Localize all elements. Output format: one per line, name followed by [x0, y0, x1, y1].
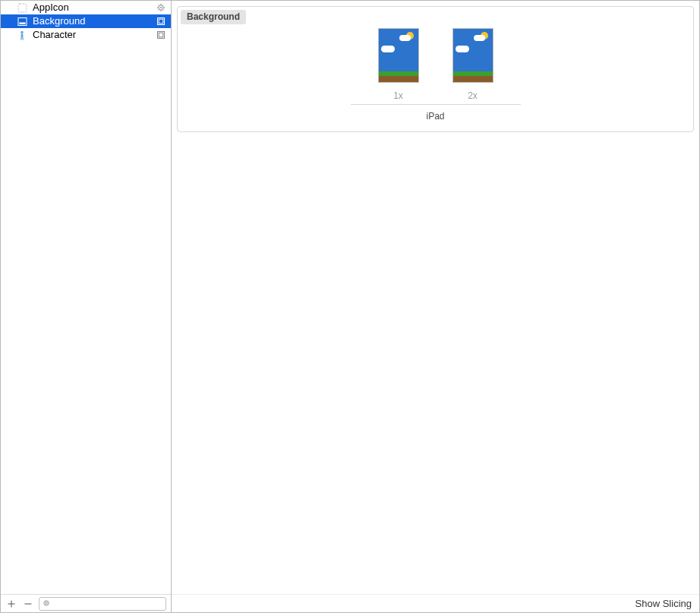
sidebar-footer [1, 594, 171, 612]
asset-detail-title: Background [181, 10, 246, 24]
svg-line-8 [163, 10, 164, 11]
svg-point-2 [160, 7, 162, 8]
divider [351, 104, 521, 105]
svg-rect-0 [18, 4, 27, 12]
svg-rect-18 [23, 37, 24, 39]
svg-rect-12 [19, 22, 25, 24]
show-slicing-button[interactable]: Show Slicing [635, 598, 692, 609]
gear-icon [155, 2, 167, 13]
thumbnail-image [452, 28, 493, 83]
scale-label: 2x [468, 90, 478, 101]
asset-list: AppIcon Background Character [1, 1, 171, 594]
appicon-icon [16, 2, 28, 13]
filter-icon [43, 599, 51, 608]
image-icon [16, 16, 28, 27]
asset-thumbnails-row: 1x 2x [378, 28, 493, 101]
svg-point-15 [20, 30, 23, 33]
filter-field[interactable] [39, 597, 166, 611]
remove-button[interactable] [22, 598, 34, 610]
add-button[interactable] [5, 598, 17, 610]
svg-rect-20 [159, 33, 163, 37]
svg-rect-17 [20, 37, 21, 39]
asset-item-label: AppIcon [33, 1, 155, 14]
imageset-icon [155, 16, 167, 27]
imageset-icon [155, 30, 167, 40]
filter-input[interactable] [51, 599, 162, 609]
svg-line-7 [158, 5, 159, 5]
device-label: iPad [426, 111, 444, 122]
svg-line-9 [163, 5, 164, 5]
asset-item-label: Background [33, 14, 155, 28]
asset-catalog-window: AppIcon Background Character [0, 0, 700, 613]
asset-item-appicon[interactable]: AppIcon [1, 1, 171, 14]
asset-item-label: Character [33, 28, 155, 42]
main-footer: Show Slicing [172, 594, 699, 612]
asset-sidebar: AppIcon Background Character [1, 1, 172, 612]
scale-label: 1x [393, 90, 403, 101]
asset-item-background[interactable]: Background [1, 14, 171, 28]
person-icon [16, 30, 28, 40]
thumbnail-image [378, 28, 419, 83]
thumbnail-slot-2x[interactable]: 2x [452, 28, 493, 101]
asset-thumbnails-group: 1x 2x iPad [351, 28, 521, 122]
asset-detail-panel: Background 1x 2x [177, 6, 694, 132]
asset-detail-area: Background 1x 2x [172, 1, 699, 612]
asset-item-character[interactable]: Character [1, 28, 171, 42]
svg-line-10 [158, 10, 159, 11]
svg-rect-16 [21, 33, 24, 37]
thumbnail-slot-1x[interactable]: 1x [378, 28, 419, 101]
svg-rect-14 [159, 19, 163, 24]
